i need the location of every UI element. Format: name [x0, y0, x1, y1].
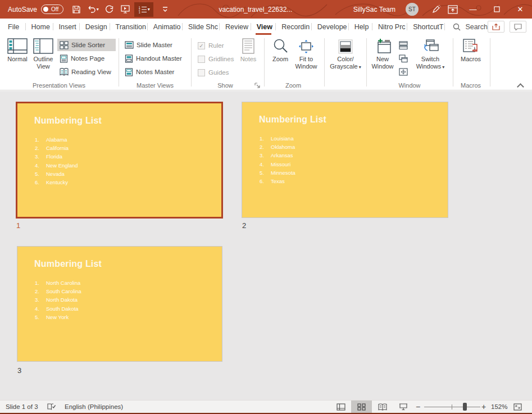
- fit-to-window-label: Fit to Window: [293, 56, 320, 70]
- statusbar-slideshow-button[interactable]: [393, 401, 413, 413]
- tab-help[interactable]: Help: [349, 19, 372, 35]
- color-grayscale-button[interactable]: Color/ Grayscale▾: [328, 37, 363, 71]
- list-item: Oklahoma: [260, 143, 448, 151]
- handout-master-button[interactable]: Handout Master: [122, 52, 185, 65]
- tab-view[interactable]: View: [251, 19, 276, 35]
- tab-shortcut-tools[interactable]: ShortcutT: [407, 19, 445, 35]
- zoom-button[interactable]: Zoom: [268, 37, 293, 63]
- tab-nitro-pro[interactable]: Nitro Prc: [372, 19, 407, 35]
- new-window-button[interactable]: New Window: [369, 37, 396, 70]
- notes-master-label: Notes Master: [136, 69, 174, 75]
- zoom-level[interactable]: 152%: [491, 401, 507, 413]
- slide-master-label: Slide Master: [137, 42, 172, 48]
- maximize-button[interactable]: [485, 0, 508, 19]
- fit-slide-to-window-button[interactable]: [509, 401, 526, 413]
- tab-recording[interactable]: Recordin: [276, 19, 312, 35]
- autosave-switch[interactable]: Off: [41, 4, 63, 14]
- guides-label: Guides: [208, 69, 229, 76]
- checkbox-empty-icon[interactable]: [198, 69, 205, 76]
- normal-view-button[interactable]: Normal: [4, 37, 30, 63]
- save-button[interactable]: [69, 2, 84, 17]
- slide-thumbnail-3[interactable]: Numbering List North Carolina South Caro…: [17, 246, 222, 362]
- comment-icon: [514, 24, 522, 30]
- tab-animations[interactable]: Animatio: [148, 19, 183, 35]
- handout-master-label: Handout Master: [136, 55, 182, 62]
- zoom-out-button[interactable]: −: [416, 401, 420, 413]
- cascade-button[interactable]: [397, 52, 410, 65]
- guides-checkbox[interactable]: Guides: [198, 67, 229, 78]
- zoom-slider-thumb[interactable]: [463, 403, 467, 411]
- notes-page-button[interactable]: Notes Page: [57, 52, 116, 65]
- switch-windows-button[interactable]: Switch Windows▾: [411, 37, 449, 71]
- account-name[interactable]: SillySac Team: [353, 6, 395, 13]
- tab-file[interactable]: File: [0, 19, 26, 35]
- title-bar: AutoSave Off ▾ 123 ▾: [0, 0, 532, 19]
- language-indicator[interactable]: English (Philippines): [65, 401, 123, 413]
- arrange-all-button[interactable]: [397, 39, 410, 51]
- ruler-checkbox[interactable]: ✓ Ruler: [198, 40, 224, 51]
- zoom-in-button[interactable]: +: [481, 401, 486, 413]
- color-grayscale-label: Color/ Grayscale: [330, 56, 358, 70]
- statusbar-slide-sorter-button[interactable]: [351, 401, 372, 413]
- pen-tools-button[interactable]: [428, 0, 444, 19]
- outline-view-label: Outline View: [30, 56, 56, 70]
- start-slideshow-button[interactable]: [118, 2, 133, 17]
- avatar[interactable]: ST: [406, 3, 419, 16]
- tab-developer[interactable]: Develope: [312, 19, 349, 35]
- tab-review[interactable]: Review: [220, 19, 251, 35]
- slide-master-button[interactable]: Slide Master: [122, 39, 185, 51]
- handout-master-icon: [125, 54, 133, 63]
- zoom-slider-track[interactable]: [424, 407, 480, 407]
- slide-1-list: Alabama California Florida New England N…: [35, 135, 221, 186]
- share-button[interactable]: [488, 21, 504, 33]
- comments-button[interactable]: [510, 21, 526, 33]
- slide-thumbnail-2[interactable]: Numbering List Louisiana Oklahoma Arkans…: [242, 102, 448, 218]
- slide-sorter-canvas[interactable]: Numbering List Alabama California Florid…: [0, 91, 532, 400]
- tab-home[interactable]: Home: [26, 19, 53, 35]
- notes-button[interactable]: Notes: [237, 37, 260, 63]
- spell-check-button[interactable]: [47, 401, 56, 413]
- fit-to-window-button[interactable]: Fit to Window: [293, 37, 320, 70]
- tab-slide-show[interactable]: Slide Shc: [183, 19, 220, 35]
- list-item: Missouri: [260, 160, 448, 169]
- tab-design[interactable]: Design: [80, 19, 110, 35]
- arrange-all-icon: [399, 41, 408, 49]
- move-split-button[interactable]: [397, 66, 410, 78]
- reading-view-button[interactable]: Reading View: [57, 66, 116, 78]
- customize-qat-button[interactable]: [158, 2, 172, 17]
- minimize-button[interactable]: —: [461, 0, 485, 19]
- redo-button[interactable]: [102, 2, 116, 17]
- list-item: New England: [35, 161, 221, 170]
- slide-thumbnail-1[interactable]: Numbering List Alabama California Florid…: [16, 102, 223, 219]
- checkbox-checked-icon[interactable]: ✓: [198, 42, 205, 49]
- undo-button[interactable]: ▾: [85, 2, 100, 17]
- statusbar-normal-view-button[interactable]: [330, 401, 351, 413]
- numbering-button[interactable]: 123 ▾: [134, 2, 153, 17]
- checkbox-empty-icon[interactable]: [198, 56, 205, 63]
- undo-caret-icon[interactable]: ▾: [97, 7, 99, 12]
- gridlines-checkbox[interactable]: Gridlines: [198, 53, 234, 65]
- list-item: Texas: [260, 177, 448, 185]
- slide-master-icon: [125, 41, 134, 49]
- slideshow-small-icon: [399, 403, 408, 411]
- tab-transitions[interactable]: Transition: [110, 19, 148, 35]
- search-box[interactable]: Search: [453, 19, 488, 35]
- macros-button[interactable]: Macros: [457, 37, 484, 63]
- close-button[interactable]: ✕: [508, 0, 532, 19]
- group-label-presentation-views: Presentation Views: [0, 82, 118, 89]
- outline-view-button[interactable]: Outline View: [30, 37, 56, 70]
- show-dialog-launcher-icon[interactable]: [254, 82, 261, 89]
- notes-master-button[interactable]: Notes Master: [122, 66, 185, 78]
- statusbar-reading-view-button[interactable]: [372, 401, 393, 413]
- slideshow-icon: [121, 5, 130, 13]
- collapse-ribbon-button[interactable]: [517, 83, 524, 90]
- tab-insert[interactable]: Insert: [53, 19, 80, 35]
- normal-view-icon: [7, 38, 28, 54]
- numbering-caret-icon[interactable]: ▾: [148, 7, 150, 12]
- slide-indicator[interactable]: Slide 1 of 3: [6, 401, 38, 413]
- ribbon-display-options-button[interactable]: [444, 0, 461, 19]
- group-label-zoom: Zoom: [264, 82, 322, 89]
- slide-sorter-button[interactable]: Slide Sorter: [57, 39, 116, 51]
- new-window-label: New Window: [369, 56, 396, 70]
- autosave-toggle[interactable]: AutoSave Off: [8, 4, 63, 14]
